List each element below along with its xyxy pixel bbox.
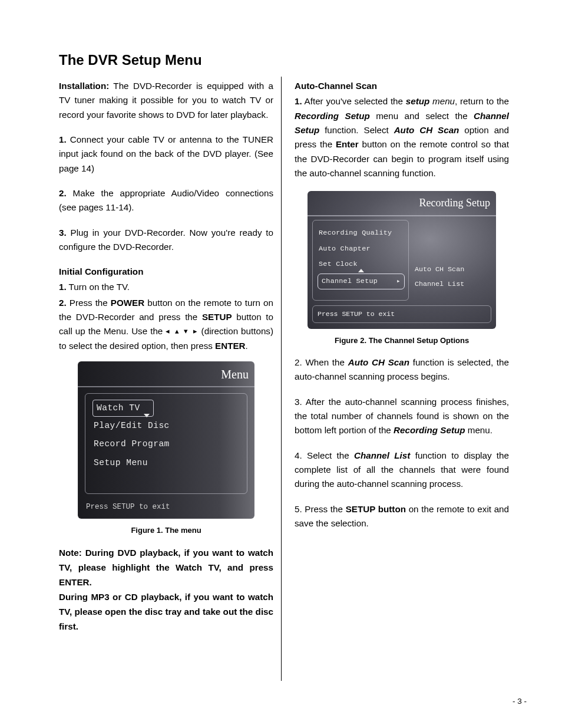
osd2-left-pane: Recording Quality Auto Chapter Set Clock… [312, 220, 409, 301]
direction-arrows-icon: ◂ ▴ ▾ ▸ [166, 327, 198, 335]
enter-button-label: ENTER [215, 341, 245, 351]
step-num: 2. [59, 188, 67, 198]
acs-step-1: 1. After you've selected the setup menu,… [295, 94, 509, 180]
step-num: 1. [59, 134, 67, 144]
acs-step-5: 5. Press the SETUP button on the remote … [295, 502, 509, 531]
channel-list-ref: Channel List [354, 450, 410, 460]
figure-2-caption: Figure 2. The Channel Setup Options [295, 335, 509, 347]
auto-channel-scan-heading: Auto-Channel Scan [295, 79, 509, 93]
osd-menu-item-watch-tv: Watch TV [92, 400, 154, 417]
osd-menu-item-play-edit-disc: Play/Edit Disc [92, 417, 241, 435]
osd-title: Menu [78, 364, 254, 387]
acs-step-4: 4. Select the Channel List function to d… [295, 449, 509, 492]
step-num: 1. [59, 282, 67, 292]
osd-menu-item-setup-menu: Setup Menu [92, 454, 241, 472]
osd2-sub-channel-list: Channel List [414, 277, 491, 292]
step-num: 3. [59, 228, 67, 238]
menu-word: menu [432, 96, 455, 106]
page-title: The DVR Setup Menu [59, 52, 509, 68]
initconf-step-1: 1. Turn on the TV. [59, 280, 273, 294]
auto-ch-scan-ref: Auto CH Scan [394, 125, 459, 135]
osd2-hint: Press SETUP to exit [312, 305, 491, 323]
acs-step-2: 2. When the Auto CH Scan function is sel… [295, 355, 509, 384]
chevron-right-icon: ▸ [396, 276, 401, 287]
figure-2-osd-recording-setup: Recording Setup Recording Quality Auto C… [308, 191, 496, 329]
install-step-1: 1. Connect your cable TV or antenna to t… [59, 133, 273, 176]
step-text: Connect your cable TV or antenna to the … [59, 134, 273, 173]
power-button-label: POWER [111, 298, 144, 308]
left-column: Installation: The DVD-Recorder is equipp… [59, 79, 273, 644]
osd2-item-label: Channel Setup [322, 276, 378, 287]
step-text: Plug in your DVD-Recorder. Now you're re… [59, 228, 273, 252]
setup-menu-ref: setup [406, 96, 430, 106]
page-number: - 3 - [513, 697, 527, 706]
acs-step-3: 3. After the auto-channel scanning proce… [295, 395, 509, 438]
osd2-sub-auto-ch-scan: Auto CH Scan [414, 262, 491, 277]
recording-setup-ref: Recording Setup [295, 111, 370, 121]
recording-setup-ref: Recording Setup [394, 425, 465, 435]
osd2-title: Recording Setup [308, 191, 496, 216]
figure-1-osd-menu: Menu Watch TV Play/Edit Disc Record Prog… [78, 361, 254, 519]
step-num: 1. [295, 96, 302, 106]
osd2-right-pane: Auto CH Scan Channel List [414, 220, 491, 301]
osd-hint: Press SETUP to exit [78, 498, 254, 519]
osd2-item-recording-quality: Recording Quality [318, 225, 405, 241]
column-divider [281, 77, 282, 681]
right-column: Auto-Channel Scan 1. After you've select… [295, 79, 509, 644]
note-block: Note: During DVD playback, if you want t… [59, 545, 273, 634]
osd2-item-auto-chapter: Auto Chapter [318, 241, 405, 257]
step-text: Turn on the TV. [67, 282, 130, 292]
step-num: 2. [59, 298, 67, 308]
osd2-item-channel-setup: Channel Setup ▸ [318, 274, 405, 289]
osd-menu-item-record-program: Record Program [92, 435, 241, 453]
setup-button-label: SETUP button [346, 504, 406, 514]
install-step-2: 2. Make the appropriate Audio/Video conn… [59, 186, 273, 215]
initial-config-heading: Initial Configuration [59, 265, 273, 279]
enter-button-label: Enter [336, 139, 359, 149]
initconf-step-2: 2. Press the POWER button on the remote … [59, 296, 273, 353]
installation-intro: Installation: The DVD-Recorder is equipp… [59, 79, 273, 122]
figure-1-caption: Figure 1. The menu [59, 525, 273, 537]
install-step-3: 3. Plug in your DVD-Recorder. Now you're… [59, 226, 273, 255]
installation-label: Installation: [59, 81, 109, 91]
auto-ch-scan-ref: Auto CH Scan [348, 357, 409, 367]
step-text: Make the appropriate Audio/Video connect… [59, 188, 273, 212]
setup-button-label: SETUP [202, 312, 232, 322]
